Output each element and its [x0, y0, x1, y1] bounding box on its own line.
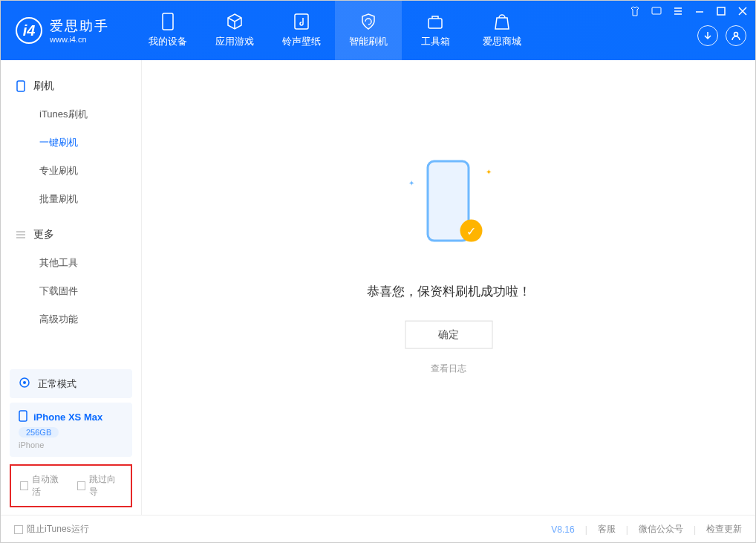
sidebar-item-oneclick-flash[interactable]: 一键刷机 — [1, 129, 141, 157]
maximize-icon[interactable] — [715, 5, 726, 16]
nav-label: 工具箱 — [421, 35, 450, 48]
statusbar: 阻止iTunes运行 V8.16 | 客服 | 微信公众号 | 检查更新 — [1, 515, 755, 543]
svg-rect-6 — [17, 81, 25, 91]
svg-point-5 — [734, 33, 738, 36]
nav-label: 爱思商城 — [483, 35, 521, 48]
window-controls — [622, 1, 755, 60]
nav-apps-games[interactable]: 应用游戏 — [201, 1, 268, 60]
cube-icon — [226, 13, 244, 30]
main-content: ✦ ✦ ✓ 恭喜您，保资料刷机成功啦！ 确定 查看日志 — [142, 60, 755, 515]
app-url: www.i4.cn — [50, 35, 109, 44]
bag-icon — [493, 13, 511, 30]
toolbox-icon — [426, 13, 444, 30]
svg-rect-1 — [295, 14, 308, 29]
nav-label: 应用游戏 — [215, 35, 254, 48]
svg-rect-0 — [163, 13, 173, 30]
sidebar-item-other-tools[interactable]: 其他工具 — [1, 249, 141, 277]
list-icon — [16, 230, 26, 240]
section-title: 更多 — [33, 228, 54, 241]
mode-label: 正常模式 — [38, 377, 76, 391]
checkbox-auto-activate[interactable]: 自动激活 — [20, 473, 65, 498]
nav-label: 智能刷机 — [349, 35, 388, 48]
checkbox-block-itunes[interactable]: 阻止iTunes运行 — [14, 523, 89, 536]
nav-ringtone-wallpaper[interactable]: 铃声壁纸 — [268, 1, 335, 60]
sidebar-item-pro-flash[interactable]: 专业刷机 — [1, 157, 141, 185]
minimize-icon[interactable] — [694, 5, 705, 16]
device-name: iPhone XS Max — [33, 412, 102, 423]
top-nav: 我的设备 应用游戏 铃声壁纸 智能刷机 工具箱 爱思商城 — [134, 1, 535, 60]
device-mode[interactable]: 正常模式 — [10, 369, 132, 398]
sidebar-section-flash: 刷机 — [1, 74, 141, 100]
success-illustration: ✦ ✦ ✓ — [404, 157, 493, 261]
version-label: V8.16 — [551, 524, 574, 535]
ok-button[interactable]: 确定 — [405, 321, 492, 349]
app-logo: i4 爱思助手 www.i4.cn — [1, 1, 134, 60]
download-icon[interactable] — [697, 25, 718, 46]
app-name: 爱思助手 — [50, 17, 109, 35]
storage-badge: 256GB — [19, 427, 59, 438]
nav-my-device[interactable]: 我的设备 — [134, 1, 201, 60]
sidebar-item-download-firmware[interactable]: 下载固件 — [1, 277, 141, 305]
refresh-shield-icon — [359, 13, 377, 30]
nav-smart-flash[interactable]: 智能刷机 — [335, 1, 402, 60]
phone-icon — [16, 81, 26, 91]
svg-point-8 — [23, 381, 26, 384]
block-itunes-label: 阻止iTunes运行 — [27, 523, 89, 536]
sparkle-icon: ✦ — [486, 168, 492, 176]
opt-label: 自动激活 — [32, 473, 65, 498]
device-icon — [159, 13, 177, 30]
close-icon[interactable] — [737, 5, 748, 16]
sparkle-icon: ✦ — [408, 179, 414, 187]
check-icon: ✓ — [460, 220, 482, 242]
sidebar-section-more: 更多 — [1, 222, 141, 249]
device-info[interactable]: iPhone XS Max 256GB iPhone — [10, 403, 132, 457]
user-icon[interactable] — [726, 25, 746, 46]
section-title: 刷机 — [33, 79, 54, 93]
titlebar: i4 爱思助手 www.i4.cn 我的设备 应用游戏 铃声壁纸 智能刷机 工具… — [1, 1, 755, 60]
nav-toolbox[interactable]: 工具箱 — [402, 1, 469, 60]
sidebar-item-advanced[interactable]: 高级功能 — [1, 305, 141, 334]
checkbox-skip-guide[interactable]: 跳过向导 — [77, 473, 123, 498]
footer-link-update[interactable]: 检查更新 — [706, 523, 742, 536]
svg-rect-3 — [652, 7, 661, 14]
svg-rect-9 — [19, 411, 27, 421]
svg-rect-2 — [428, 19, 442, 28]
phone-small-icon — [19, 410, 27, 424]
feedback-icon[interactable] — [651, 5, 662, 16]
mode-status-icon — [19, 377, 30, 391]
tshirt-icon[interactable] — [629, 5, 640, 16]
svg-rect-4 — [717, 7, 725, 15]
sidebar: 刷机 iTunes刷机 一键刷机 专业刷机 批量刷机 更多 其他工具 下载固件 … — [1, 60, 142, 515]
view-log-link[interactable]: 查看日志 — [431, 362, 466, 375]
device-type: iPhone — [19, 440, 123, 449]
logo-icon: i4 — [16, 17, 42, 44]
nav-label: 我的设备 — [149, 35, 187, 48]
sidebar-item-itunes-flash[interactable]: iTunes刷机 — [1, 100, 141, 129]
menu-icon[interactable] — [672, 5, 683, 16]
options-row: 自动激活 跳过向导 — [10, 464, 132, 507]
footer-link-support[interactable]: 客服 — [598, 523, 616, 536]
nav-store[interactable]: 爱思商城 — [469, 1, 535, 60]
sidebar-item-batch-flash[interactable]: 批量刷机 — [1, 185, 141, 213]
success-message: 恭喜您，保资料刷机成功啦！ — [367, 283, 531, 300]
nav-label: 铃声壁纸 — [282, 35, 321, 48]
music-file-icon — [293, 13, 310, 30]
footer-link-wechat[interactable]: 微信公众号 — [639, 523, 683, 536]
opt-label: 跳过向导 — [89, 473, 122, 498]
